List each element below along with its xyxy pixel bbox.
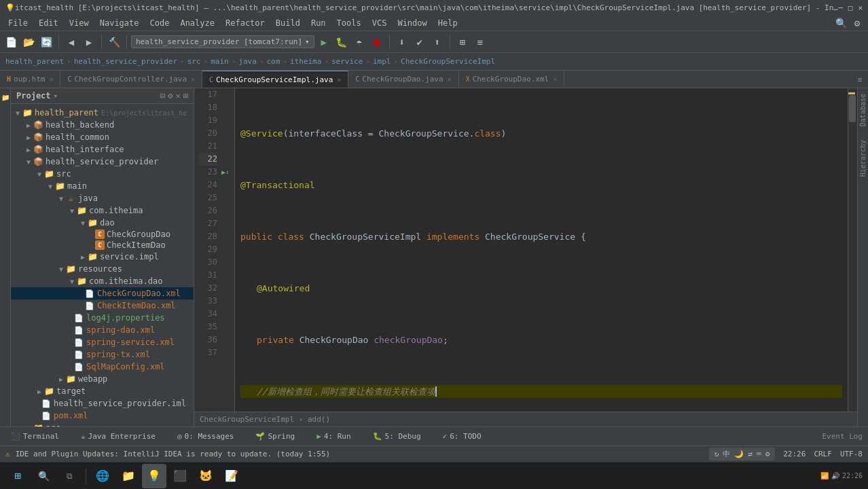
tree-item-src[interactable]: ▼ 📁 src (11, 168, 194, 180)
tree-item-log4j[interactable]: 📄 log4j.properties (11, 312, 194, 324)
run-btn[interactable]: ▶ (316, 34, 332, 50)
tree-item-iml[interactable]: 📄 health_service_provider.iml (11, 397, 194, 410)
tree-item-src-bottom[interactable]: ▶ 📁 src (11, 422, 194, 427)
menu-run[interactable]: Run (306, 17, 331, 29)
tree-item-dao[interactable]: ▼ 📁 dao (11, 217, 194, 229)
nav-java[interactable]: java (238, 57, 257, 66)
sync-btn[interactable]: 🔄 (38, 34, 54, 50)
event-log-label[interactable]: Event Log (822, 432, 863, 441)
tab-close-oup[interactable]: ✕ (49, 75, 53, 83)
tab-checkgroupdao[interactable]: C CheckGroupDao.java ✕ (348, 71, 458, 88)
tab-run[interactable]: ▶ 4: Run (311, 431, 356, 442)
tree-item-checkitemdao-xml[interactable]: 📄 CheckItemDao.xml (11, 300, 194, 312)
explorer-btn[interactable]: 📁 (116, 464, 141, 488)
build-btn[interactable]: 🔨 (106, 34, 122, 50)
tree-item-spring-dao[interactable]: 📄 spring-dao.xml (11, 324, 194, 336)
intellij-btn[interactable]: 💡 (142, 464, 166, 488)
tab-debug[interactable]: 🐛 5: Debug (367, 431, 427, 442)
nav-impl[interactable]: impl (373, 57, 391, 66)
tree-item-health-parent[interactable]: ▼ 📁 health_parent E:\projects\itcast_he (11, 107, 194, 119)
tab-close-xml[interactable]: ✕ (553, 75, 557, 83)
menu-analyze[interactable]: Analyze (175, 17, 220, 29)
back-btn[interactable]: ◀ (63, 34, 79, 50)
structure-btn[interactable]: ≡ (472, 34, 488, 50)
tree-item-resources[interactable]: ▼ 📁 resources (11, 263, 194, 275)
nav-main[interactable]: main (211, 57, 229, 66)
debug-btn[interactable]: 🐛 (333, 34, 350, 50)
tree-item-health-service-provider[interactable]: ▼ 📦 health_service_provider (11, 156, 194, 168)
nav-itheima[interactable]: itheima (290, 57, 321, 66)
panel-close-btn[interactable]: ✕ (176, 91, 181, 101)
nav-health-parent[interactable]: health_parent (5, 57, 64, 66)
tree-item-target[interactable]: ▶ 📁 target (11, 385, 194, 397)
menu-edit[interactable]: Edit (33, 17, 64, 29)
taskview-btn[interactable]: ⧉ (57, 464, 82, 488)
tree-item-java[interactable]: ▼ ☕ java (11, 192, 194, 204)
menu-window[interactable]: Window (392, 17, 432, 29)
nav-service[interactable]: service (331, 57, 363, 66)
stop-btn[interactable]: ■ (369, 34, 385, 50)
vcs-commit-btn[interactable]: ✔ (412, 34, 428, 50)
extra-btn[interactable]: 📝 (219, 464, 244, 488)
tree-item-sqlmapconfig[interactable]: 📄 SqlMapConfig.xml (11, 361, 194, 373)
menu-help[interactable]: Help (433, 17, 463, 29)
right-scrollbar[interactable] (848, 88, 857, 412)
menu-view[interactable]: View (64, 17, 94, 29)
run-config-dropdown[interactable]: health_service_provider [tomcat7:run] ▾ (131, 35, 314, 48)
search-everywhere-btn[interactable]: 🔍 (833, 15, 849, 31)
tree-item-spring-service[interactable]: 📄 spring-service.xml (11, 336, 194, 348)
tree-item-spring-tx[interactable]: 📄 spring-tx.xml (11, 348, 194, 361)
tab-oup-htm[interactable]: H oup.htm ✕ (0, 71, 60, 88)
code-editor[interactable]: 17 18 19 20 21 22 23 24 25 26 27 28 29 3… (194, 88, 857, 412)
panel-settings-btn[interactable]: ⚙ (168, 91, 173, 101)
panel-expand-btn[interactable]: ⊞ (183, 91, 188, 101)
menu-code[interactable]: Code (145, 17, 175, 29)
tab-checkgroupdao-xml[interactable]: X CheckGroupDao.xml ✕ (459, 71, 565, 88)
vcs-update-btn[interactable]: ⬇ (394, 34, 410, 50)
menu-tools[interactable]: Tools (331, 17, 367, 29)
tab-close-controller[interactable]: ✕ (191, 75, 195, 83)
tab-list-btn[interactable]: ≡ (852, 71, 868, 88)
tree-item-com-itheima[interactable]: ▼ 📁 com.itheima (11, 204, 194, 217)
open-btn[interactable]: 📂 (20, 34, 37, 50)
tab-terminal[interactable]: ⬛ Terminal (5, 431, 65, 442)
menu-navigate[interactable]: Navigate (94, 17, 145, 29)
forward-btn[interactable]: ▶ (81, 34, 97, 50)
menu-vcs[interactable]: VCS (367, 17, 393, 29)
start-btn[interactable]: ⊞ (5, 464, 30, 488)
tree-item-health-backend[interactable]: ▶ 📦 health_backend (11, 119, 194, 131)
status-icons-panel[interactable]: ↻ 中 🌙 ⇄ ⌨ ⚙ (709, 448, 776, 460)
code-content[interactable]: @Service(interfaceClass = CheckGroupServ… (235, 88, 848, 412)
nav-src[interactable]: src (187, 57, 201, 66)
tree-item-pom[interactable]: 📄 pom.xml (11, 410, 194, 422)
panel-dropdown-icon[interactable]: ▾ (54, 92, 58, 101)
tab-spring[interactable]: 🌱 Spring (250, 431, 300, 442)
tree-item-checkgroupdao-xml[interactable]: 📄 CheckGroupDao.xml (11, 287, 194, 300)
encoding[interactable]: UTF-8 (840, 450, 863, 458)
tab-messages[interactable]: ◎ 0: Messages (172, 431, 239, 442)
position-indicator[interactable]: 22:26 (783, 450, 806, 458)
tray-network-icon[interactable]: 📶 (820, 472, 829, 479)
menu-refactor[interactable]: Refactor (220, 17, 270, 29)
chrome-btn[interactable]: 🌐 (90, 464, 115, 488)
coverage-btn[interactable]: ☂ (351, 34, 367, 50)
tomcat-btn[interactable]: 🐱 (194, 464, 218, 488)
tree-item-health-common[interactable]: ▶ 📦 health_common (11, 131, 194, 143)
project-sidebar-icon[interactable]: 📁 (1, 94, 10, 101)
maximize-btn[interactable]: □ (848, 3, 853, 12)
close-btn[interactable]: ✕ (858, 3, 863, 12)
tab-checkgroupserviceimpl[interactable]: C CheckGroupServiceImpl.java ✕ (202, 71, 348, 88)
minimize-btn[interactable]: ─ (838, 3, 843, 12)
tree-item-service-impl[interactable]: ▶ 📁 service.impl (11, 251, 194, 263)
tree-item-checkgroupdao-java[interactable]: C CheckGroupDao (11, 229, 194, 240)
tab-java-enterprise[interactable]: ☕ Java Enterprise (75, 431, 161, 442)
tab-close-dao[interactable]: ✕ (448, 75, 452, 83)
tree-item-health-interface[interactable]: ▶ 📦 health_interface (11, 143, 194, 156)
panel-collapse-btn[interactable]: ⊟ (160, 91, 165, 101)
search-taskbar-btn[interactable]: 🔍 (31, 464, 56, 488)
tree-item-com-itheima-dao[interactable]: ▼ 📁 com.itheima.dao (11, 275, 194, 287)
tree-item-webapp[interactable]: ▶ 📁 webapp (11, 373, 194, 385)
cmd-btn[interactable]: ⬛ (168, 464, 192, 488)
database-sidebar-tab[interactable]: Database (859, 94, 867, 126)
tree-item-checkitemdao-java[interactable]: C CheckItemDao (11, 240, 194, 251)
